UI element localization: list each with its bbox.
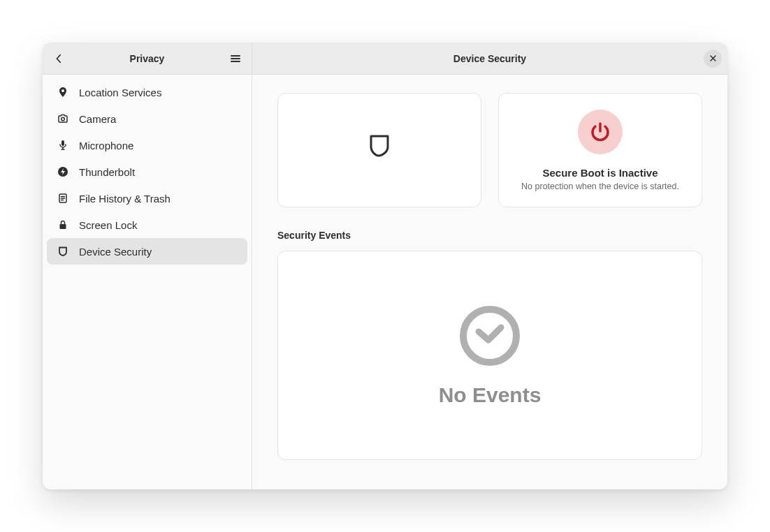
sidebar-item-camera[interactable]: Camera [47,105,247,132]
main-headerbar: Device Security [252,43,727,75]
camera-icon [57,112,69,125]
settings-window: Privacy Device Security Location Serv [43,43,727,489]
sidebar-title: Privacy [43,53,252,64]
sidebar-item-thunderbolt[interactable]: Thunderbolt [47,158,247,185]
location-icon [57,86,69,98]
lock-icon [57,219,69,231]
power-icon-circle [578,110,623,154]
security-events-box: No Events [277,251,702,460]
shield-outline-icon [369,134,390,158]
sidebar-item-label: Location Services [79,87,161,98]
sidebar-item-microphone[interactable]: Microphone [47,132,247,158]
secure-boot-subtitle: No protection when the device is started… [521,182,679,191]
clock-icon [458,304,522,368]
page-title: Device Security [252,53,727,64]
sidebar-item-label: Device Security [79,246,152,258]
power-icon [589,121,611,143]
sidebar-item-label: Microphone [79,140,133,152]
no-events-label: No Events [439,383,542,407]
secure-boot-title: Secure Boot is Inactive [542,167,658,179]
headerbar-container: Privacy Device Security [43,43,727,75]
back-button[interactable] [47,47,71,71]
shield-icon [57,245,69,258]
sidebar-item-devicesecurity[interactable]: Device Security [47,238,247,265]
file-icon [57,192,69,205]
sidebar-headerbar: Privacy [43,43,252,75]
sidebar: Location Services Camera Microphone Thun… [43,75,252,489]
svg-point-0 [61,117,65,121]
sidebar-item-filehistory[interactable]: File History & Trash [47,185,247,212]
security-status-card[interactable] [277,93,481,207]
status-cards: Secure Boot is Inactive No protection wh… [277,93,702,207]
svg-rect-1 [61,140,64,146]
microphone-icon [57,139,69,152]
chevron-left-icon [54,54,64,64]
sidebar-item-screenlock[interactable]: Screen Lock [47,212,247,238]
close-button[interactable] [704,50,722,68]
content-area: Location Services Camera Microphone Thun… [43,75,727,489]
security-events-heading: Security Events [277,230,702,241]
close-icon [709,54,717,62]
hamburger-icon [230,53,241,64]
thunderbolt-icon [57,165,69,178]
sidebar-item-label: Thunderbolt [79,166,135,178]
sidebar-item-label: File History & Trash [79,193,170,205]
sidebar-item-location[interactable]: Location Services [47,79,247,105]
main-panel: Secure Boot is Inactive No protection wh… [252,75,727,489]
menu-button[interactable] [224,47,247,71]
secure-boot-card[interactable]: Secure Boot is Inactive No protection wh… [498,93,702,207]
sidebar-item-label: Screen Lock [79,219,137,231]
svg-rect-4 [60,224,66,229]
sidebar-item-label: Camera [79,113,116,125]
